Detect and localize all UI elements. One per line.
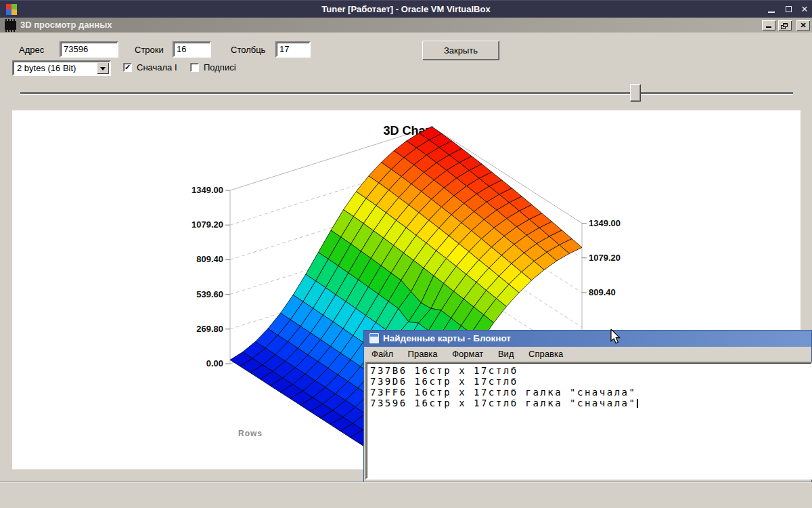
text-line: 737B6 16стр x 17стлб	[370, 365, 518, 376]
checkmark-icon: ✓	[125, 63, 131, 71]
menu-format[interactable]: Формат	[446, 347, 489, 362]
virtualbox-window-title: Tuner [Работает] - Oracle VM VirtualBox	[0, 1, 812, 18]
dropdown-arrow-icon[interactable]	[97, 62, 109, 74]
menu-edit[interactable]: Правка	[402, 347, 444, 362]
notepad-icon	[369, 333, 380, 344]
menu-help[interactable]: Справка	[522, 347, 569, 362]
labels-checkbox[interactable]	[190, 63, 199, 72]
address-label: Адрес	[19, 42, 44, 58]
notepad-window: Найденные карты - Блокнот Файл Правка Фо…	[363, 330, 812, 482]
menu-file[interactable]: Файл	[365, 347, 399, 362]
svg-text:1349.00: 1349.00	[191, 185, 223, 195]
data-size-value: 2 bytes (16 Bit)	[17, 63, 76, 73]
address-input[interactable]: 73596	[60, 41, 118, 58]
svg-text:269.80: 269.80	[196, 324, 223, 334]
svg-text:1079.20: 1079.20	[191, 219, 223, 230]
menu-view[interactable]: Вид	[492, 347, 520, 362]
app-titlebar: 3D просмотр данных	[0, 18, 812, 33]
chip-icon	[5, 21, 16, 30]
labels-checkbox-label: Подписі	[204, 60, 236, 76]
vm-minimize-button[interactable]	[765, 4, 778, 15]
vm-close-button[interactable]: ✕	[798, 4, 811, 15]
app-window-title: 3D просмотр данных	[20, 18, 112, 33]
svg-text:0.00: 0.00	[206, 358, 223, 368]
svg-text:809.40: 809.40	[196, 254, 223, 264]
vm-maximize-button[interactable]	[782, 4, 795, 15]
first-lsb-checkbox-label: Сначала I	[137, 60, 177, 76]
taskbar: Пуск TunerPro - M11CR_07_9... Микас 11 Н…	[0, 482, 812, 508]
app-minimize-button[interactable]	[762, 20, 775, 30]
slider-track[interactable]	[20, 92, 793, 94]
columns-input[interactable]: 17	[275, 41, 311, 58]
rows-axis-label: Rows	[238, 429, 263, 438]
text-caret	[637, 399, 638, 408]
left-axis-labels: 1349.001079.20809.40539.60269.800.00	[191, 185, 230, 368]
notepad-menubar: Файл Правка Формат Вид Справка	[365, 347, 811, 362]
notepad-window-title: Найденные карты - Блокнот	[383, 331, 511, 347]
svg-text:1079.20: 1079.20	[589, 253, 621, 263]
rows-input[interactable]: 16	[173, 41, 211, 58]
columns-label: Столбць	[231, 42, 265, 58]
notepad-text-area[interactable]: 737B6 16стр x 17стлб 739D6 16стр x 17стл…	[365, 362, 812, 480]
right-axis-labels: 1349.001079.20809.40	[582, 218, 621, 297]
text-line: 73FF6 16стр x 17стлб галка "сначала"	[370, 387, 636, 398]
virtualbox-titlebar: Tuner [Работает] - Oracle VM VirtualBox …	[0, 0, 812, 18]
svg-text:539.60: 539.60	[196, 289, 223, 299]
mouse-cursor	[610, 329, 621, 345]
app-close-button[interactable]: ✕	[796, 20, 810, 30]
slider-thumb[interactable]	[630, 84, 641, 102]
close-button[interactable]: Закрыть	[422, 41, 499, 60]
data-size-select[interactable]: 2 bytes (16 Bit)	[12, 60, 111, 76]
text-line: 739D6 16стр x 17стлб	[370, 376, 518, 387]
svg-text:809.40: 809.40	[589, 287, 616, 297]
rows-label: Строки	[135, 42, 164, 58]
notepad-titlebar[interactable]: Найденные карты - Блокнот	[364, 331, 811, 347]
text-line: 73596 16стр x 17стлб галка "сначала"	[370, 398, 636, 408]
virtualbox-app-icon	[5, 3, 18, 16]
first-lsb-checkbox[interactable]: ✓	[123, 63, 132, 72]
app-restore-button[interactable]	[778, 20, 792, 30]
svg-text:1349.00: 1349.00	[589, 218, 621, 228]
